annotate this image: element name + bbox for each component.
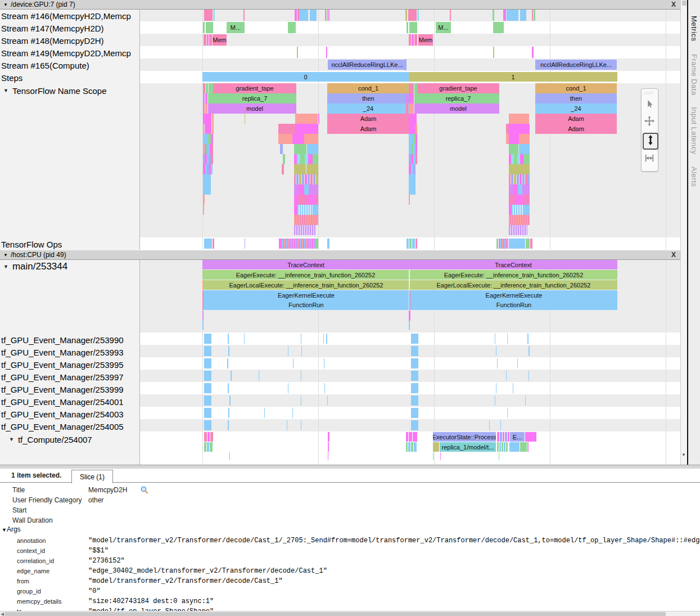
trace-event[interactable] xyxy=(204,408,211,418)
collapse-triangle[interactable]: ▼ xyxy=(3,2,8,7)
trace-event[interactable] xyxy=(327,10,328,21)
trace-event[interactable] xyxy=(507,10,518,21)
trace-event[interactable] xyxy=(204,34,206,46)
trace-event[interactable] xyxy=(416,154,417,164)
trace-event[interactable] xyxy=(292,408,293,418)
trace-event[interactable] xyxy=(409,134,413,144)
trace-event[interactable]: ncclAllReduceRingLLKe... xyxy=(535,60,617,70)
trace-event[interactable] xyxy=(489,420,490,430)
trace-event[interactable] xyxy=(304,185,309,195)
trace-event[interactable] xyxy=(294,195,318,205)
trace-event[interactable] xyxy=(244,334,245,344)
trace-event[interactable] xyxy=(308,154,313,164)
trace-event[interactable] xyxy=(495,395,495,406)
tab-frame-data[interactable]: Frame Data xyxy=(690,54,698,96)
collapse-triangle[interactable]: ▼ xyxy=(3,88,8,93)
trace-event[interactable] xyxy=(517,174,519,185)
trace-event[interactable] xyxy=(204,239,212,249)
trace-event[interactable] xyxy=(408,442,410,452)
trace-event[interactable] xyxy=(326,47,327,58)
trace-event[interactable] xyxy=(294,215,318,225)
trace-event[interactable] xyxy=(288,383,288,393)
trace-event[interactable] xyxy=(412,34,414,46)
trace-event[interactable] xyxy=(411,346,418,356)
trace-event[interactable]: model xyxy=(213,104,296,114)
trace-event[interactable] xyxy=(507,408,508,418)
trace-event[interactable] xyxy=(300,154,305,164)
trace-event[interactable] xyxy=(409,195,410,205)
trace-event[interactable] xyxy=(509,124,530,134)
trace-event[interactable] xyxy=(301,371,301,381)
trace-event[interactable] xyxy=(294,185,299,195)
trace-event[interactable] xyxy=(506,442,508,452)
trace-event[interactable] xyxy=(499,452,499,460)
trace-event[interactable] xyxy=(409,124,416,134)
trace-event[interactable] xyxy=(228,420,229,430)
trace-event[interactable] xyxy=(278,134,292,144)
trace-event[interactable] xyxy=(503,10,506,21)
trace-event[interactable] xyxy=(282,164,284,174)
trace-event[interactable]: EagerExecute: __inference_train_function… xyxy=(202,270,409,280)
trace-event[interactable] xyxy=(407,239,409,249)
trace-event[interactable] xyxy=(243,10,245,21)
trace-event[interactable] xyxy=(203,205,204,215)
trace-event[interactable] xyxy=(203,104,205,114)
trace-event[interactable] xyxy=(414,93,417,104)
trace-event[interactable] xyxy=(318,114,319,124)
collapse-triangle[interactable]: ▼ xyxy=(3,264,8,269)
trace-event[interactable] xyxy=(493,47,494,58)
trace-event[interactable] xyxy=(493,10,494,21)
trace-event[interactable] xyxy=(409,83,414,93)
trace-event[interactable] xyxy=(281,239,315,249)
trace-event[interactable]: gradient_tape xyxy=(417,83,499,93)
drag-grip-icon[interactable] xyxy=(644,91,654,95)
trace-event[interactable] xyxy=(411,395,418,406)
trace-event[interactable] xyxy=(228,334,229,344)
trace-event[interactable] xyxy=(520,442,527,452)
trace-event[interactable] xyxy=(413,432,417,442)
trace-event[interactable] xyxy=(202,311,204,321)
trace-event[interactable] xyxy=(213,239,214,249)
trace-event[interactable] xyxy=(328,10,329,21)
trace-event[interactable] xyxy=(406,432,408,442)
trace-event[interactable] xyxy=(323,334,324,344)
trace-event[interactable] xyxy=(315,239,318,249)
trace-event[interactable] xyxy=(525,432,536,442)
trace-event[interactable] xyxy=(208,104,213,114)
trace-event[interactable] xyxy=(328,452,328,460)
trace-event[interactable]: M... xyxy=(436,22,451,33)
trace-event[interactable] xyxy=(299,185,304,195)
trace-event[interactable] xyxy=(213,10,215,21)
trace-event[interactable] xyxy=(411,383,418,393)
trace-event[interactable] xyxy=(294,174,296,185)
trace-event[interactable] xyxy=(316,174,318,185)
trace-event[interactable] xyxy=(409,311,410,321)
trace-event[interactable] xyxy=(496,346,496,356)
trace-event[interactable] xyxy=(283,154,285,164)
search-icon[interactable] xyxy=(141,486,148,496)
trace-event[interactable] xyxy=(507,334,508,344)
trace-event[interactable] xyxy=(203,83,205,93)
trace-event[interactable] xyxy=(411,442,413,452)
trace-event[interactable] xyxy=(301,346,302,356)
trace-event[interactable] xyxy=(304,134,318,144)
trace-event[interactable]: then xyxy=(327,93,409,104)
trace-event[interactable] xyxy=(508,432,509,442)
trace-event[interactable] xyxy=(409,93,414,104)
trace-event[interactable] xyxy=(414,442,417,452)
trace-event[interactable] xyxy=(306,164,318,174)
trace-event[interactable] xyxy=(524,205,530,215)
trace-event[interactable] xyxy=(292,134,304,144)
trace-event[interactable] xyxy=(417,10,419,21)
trace-event[interactable] xyxy=(203,93,205,104)
trace-event[interactable]: cond_1 xyxy=(535,83,617,93)
trace-event[interactable] xyxy=(522,174,525,185)
trace-event[interactable] xyxy=(509,442,520,452)
trace-event[interactable] xyxy=(325,10,326,21)
trace-event[interactable] xyxy=(514,174,516,185)
trace-event[interactable] xyxy=(502,442,503,452)
trace-event[interactable] xyxy=(527,334,529,344)
trace-event[interactable] xyxy=(405,10,407,21)
trace-event[interactable] xyxy=(414,83,417,93)
trace-event[interactable] xyxy=(207,34,209,46)
